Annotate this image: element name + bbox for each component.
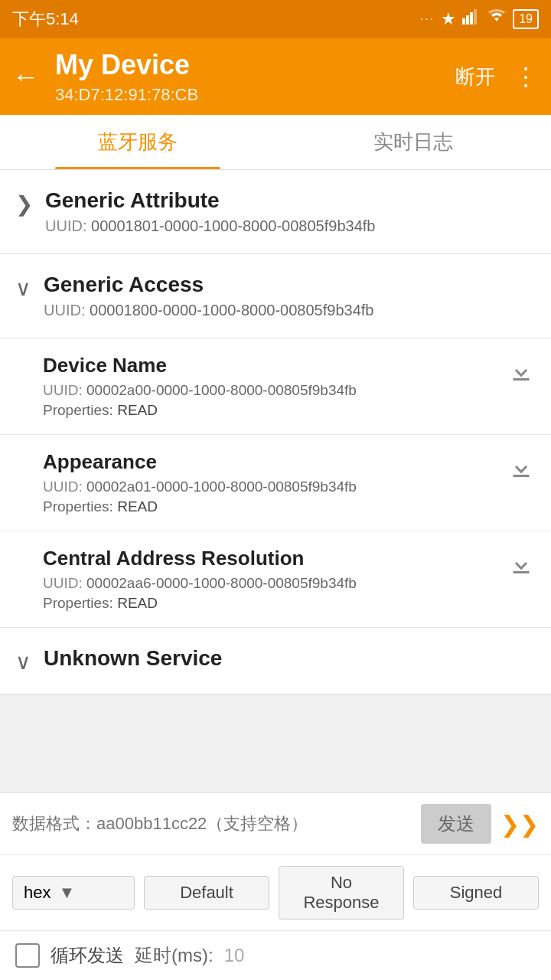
service-generic-access[interactable]: ∨ Generic Access UUID: 00001800-0000-100… (0, 254, 551, 338)
toolbar-actions: 断开 ⋮ (455, 62, 539, 91)
char-name: Device Name (43, 354, 497, 377)
dropdown-arrow-icon: ▼ (58, 883, 75, 903)
service-info: Generic Access UUID: 00001800-0000-1000-… (44, 273, 536, 319)
status-icons: ··· ★ 19 (420, 9, 539, 29)
send-button[interactable]: 发送 (421, 804, 491, 844)
tab-bluetooth[interactable]: 蓝牙服务 (0, 115, 276, 169)
device-address: 34:D7:12:91:78:CB (55, 85, 455, 105)
content-area: ❯ Generic Attribute UUID: 00001801-0000-… (0, 170, 551, 863)
delay-label: 延时(ms): (135, 943, 214, 968)
char-uuid: UUID: 00002a01-0000-1000-8000-00805f9b34… (43, 479, 497, 495)
bluetooth-icon: ★ (441, 9, 456, 29)
expand-chevron-icon[interactable]: ❯❯ (500, 811, 539, 838)
back-button[interactable]: ← (12, 60, 40, 93)
tab-bar: 蓝牙服务 实时日志 (0, 115, 551, 170)
svg-rect-2 (470, 12, 473, 24)
char-appearance: Appearance UUID: 00002a01-0000-1000-8000… (0, 435, 551, 531)
char-properties: Properties: READ (43, 595, 497, 612)
char-uuid: UUID: 00002aa6-0000-1000-8000-00805f9b34… (43, 575, 497, 592)
data-input[interactable] (12, 814, 412, 834)
service-name: Generic Access (44, 273, 536, 297)
download-button-central-address[interactable] (507, 550, 536, 579)
toolbar: ← My Device 34:D7:12:91:78:CB 断开 ⋮ (0, 38, 551, 115)
char-properties: Properties: READ (43, 498, 497, 515)
bottom-bar: 发送 ❯❯ hex ▼ Default No Response Signed 循… (0, 792, 551, 980)
service-name: Unknown Service (44, 646, 536, 671)
char-info: Appearance UUID: 00002a01-0000-1000-8000… (43, 450, 497, 515)
more-menu-button[interactable]: ⋮ (514, 62, 539, 91)
chevron-down-icon: ∨ (15, 276, 31, 301)
chevron-down-icon: ∨ (15, 649, 31, 675)
download-icon (507, 550, 536, 579)
wifi-icon (487, 9, 507, 29)
char-central-address: Central Address Resolution UUID: 00002aa… (0, 531, 551, 628)
tab-log[interactable]: 实时日志 (276, 115, 551, 169)
service-uuid: UUID: 00001801-0000-1000-8000-00805f9b34… (45, 217, 536, 235)
format-row: hex ▼ Default No Response Signed (0, 855, 551, 931)
page-title: My Device (55, 48, 455, 81)
download-icon (507, 357, 536, 386)
disconnect-button[interactable]: 断开 (455, 64, 495, 90)
service-uuid: UUID: 00001800-0000-1000-8000-00805f9b34… (44, 302, 536, 319)
loop-label: 循环发送 (51, 943, 124, 968)
status-bar: 下午5:14 ··· ★ 19 (0, 0, 551, 38)
char-uuid: UUID: 00002a00-0000-1000-8000-00805f9b34… (43, 382, 497, 399)
char-properties: Properties: READ (43, 402, 497, 419)
service-info: Unknown Service (44, 646, 536, 675)
char-device-name: Device Name UUID: 00002a00-0000-1000-800… (0, 338, 551, 435)
signal-dots-icon: ··· (420, 12, 435, 26)
service-info: Generic Attribute UUID: 00001801-0000-10… (45, 188, 536, 235)
service-name: Generic Attribute (45, 188, 536, 213)
download-button-appearance[interactable] (507, 453, 536, 482)
chevron-right-icon: ❯ (15, 191, 33, 217)
loop-row: 循环发送 延时(ms): 10 (0, 931, 551, 980)
svg-rect-3 (474, 9, 477, 24)
send-row: 发送 ❯❯ (0, 793, 551, 855)
delay-value: 10 (224, 945, 245, 966)
format-option-signed[interactable]: Signed (413, 876, 539, 910)
loop-checkbox[interactable] (15, 943, 40, 968)
toolbar-title-group: My Device 34:D7:12:91:78:CB (55, 48, 455, 104)
svg-rect-0 (462, 18, 465, 24)
char-info: Device Name UUID: 00002a00-0000-1000-800… (43, 354, 497, 419)
service-unknown[interactable]: ∨ Unknown Service (0, 628, 551, 694)
service-generic-attribute[interactable]: ❯ Generic Attribute UUID: 00001801-0000-… (0, 170, 551, 254)
signal-bars-icon (462, 9, 481, 29)
format-option-default[interactable]: Default (144, 876, 269, 910)
format-selector[interactable]: hex ▼ (12, 876, 135, 910)
char-name: Appearance (43, 450, 497, 474)
svg-rect-1 (466, 15, 469, 24)
format-option-no-response[interactable]: No Response (279, 866, 404, 920)
char-name: Central Address Resolution (43, 547, 497, 570)
status-time: 下午5:14 (12, 8, 79, 31)
download-button-device-name[interactable] (507, 357, 536, 386)
battery-icon: 19 (513, 9, 539, 29)
char-info: Central Address Resolution UUID: 00002aa… (43, 547, 497, 612)
download-icon (507, 453, 536, 482)
